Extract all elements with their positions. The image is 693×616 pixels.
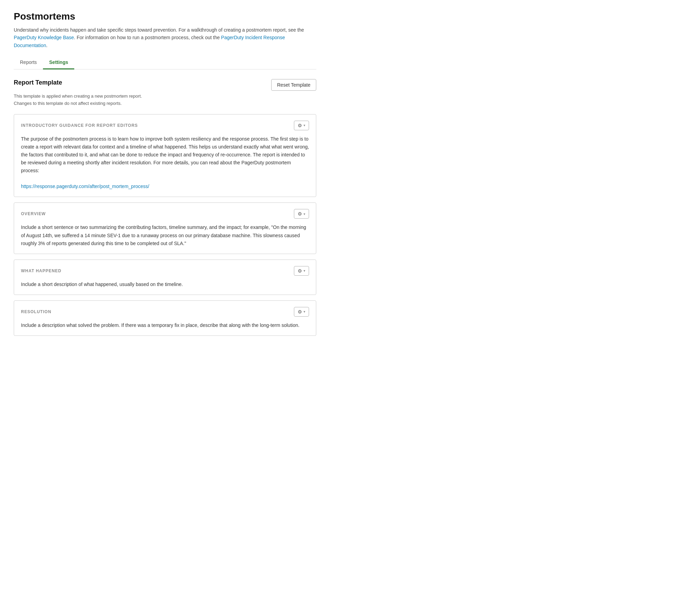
page-title: Postmortems: [14, 11, 316, 22]
section-card-header-introductory-guidance: INTRODUCTORY GUIDANCE FOR REPORT EDITORS…: [21, 121, 309, 130]
section-link-introductory-guidance[interactable]: https://response.pagerduty.com/after/pos…: [21, 184, 149, 189]
tabs-container: Reports Settings: [14, 56, 316, 69]
gear-button-introductory-guidance[interactable]: ⚙▾: [294, 121, 309, 130]
section-card-header-overview: OVERVIEW⚙▾: [21, 209, 309, 219]
gear-button-what-happened[interactable]: ⚙▾: [294, 266, 309, 276]
knowledge-base-link[interactable]: PagerDuty Knowledge Base: [14, 35, 74, 40]
chevron-down-icon: ▾: [304, 123, 305, 127]
intro-text: Understand why incidents happen and take…: [14, 26, 316, 49]
sections-container: INTRODUCTORY GUIDANCE FOR REPORT EDITORS…: [14, 114, 316, 336]
chevron-down-icon: ▾: [304, 310, 305, 314]
gear-icon: ⚙: [298, 309, 302, 315]
section-title-what-happened: WHAT HAPPENED: [21, 268, 62, 273]
section-body-introductory-guidance: The purpose of the postmortem process is…: [21, 135, 309, 191]
section-card-header-what-happened: WHAT HAPPENED⚙▾: [21, 266, 309, 276]
gear-icon: ⚙: [298, 211, 302, 217]
gear-icon: ⚙: [298, 268, 302, 274]
section-title-overview: OVERVIEW: [21, 211, 46, 216]
section-card-what-happened: WHAT HAPPENED⚙▾Include a short descripti…: [14, 260, 316, 295]
template-description: This template is applied when creating a…: [14, 93, 316, 107]
section-card-introductory-guidance: INTRODUCTORY GUIDANCE FOR REPORT EDITORS…: [14, 114, 316, 197]
gear-button-resolution[interactable]: ⚙▾: [294, 307, 309, 317]
section-body-resolution: Include a description what solved the pr…: [21, 321, 309, 329]
section-card-resolution: RESOLUTION⚙▾Include a description what s…: [14, 300, 316, 336]
tab-settings[interactable]: Settings: [43, 56, 74, 69]
gear-icon: ⚙: [298, 123, 302, 128]
tab-reports[interactable]: Reports: [14, 56, 43, 69]
section-title-resolution: RESOLUTION: [21, 309, 51, 314]
chevron-down-icon: ▾: [304, 212, 305, 216]
chevron-down-icon: ▾: [304, 269, 305, 273]
section-body-overview: Include a short sentence or two summariz…: [21, 223, 309, 247]
template-section-title: Report Template: [14, 79, 62, 86]
reset-template-button[interactable]: Reset Template: [271, 79, 316, 91]
template-header: Report Template Reset Template: [14, 79, 316, 91]
section-card-overview: OVERVIEW⚙▾Include a short sentence or tw…: [14, 202, 316, 254]
section-body-what-happened: Include a short description of what happ…: [21, 280, 309, 288]
section-card-header-resolution: RESOLUTION⚙▾: [21, 307, 309, 317]
gear-button-overview[interactable]: ⚙▾: [294, 209, 309, 219]
section-title-introductory-guidance: INTRODUCTORY GUIDANCE FOR REPORT EDITORS: [21, 123, 138, 128]
